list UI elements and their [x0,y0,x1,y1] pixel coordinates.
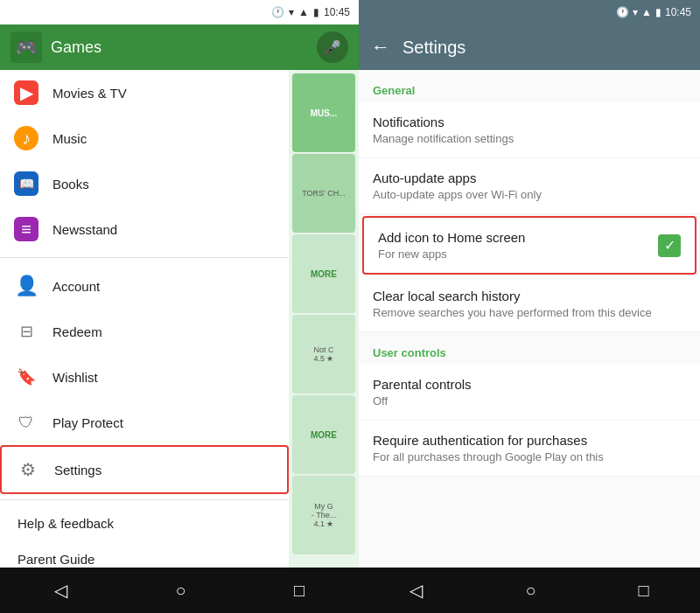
menu-item-account[interactable]: 👤 Account [0,263,289,309]
left-header-title: Games [51,38,102,57]
parent-label: Parent Guide [18,552,94,567]
movies-icon: ▶ [14,80,38,105]
games-icon: 🎮 [10,31,42,63]
bg-app-6: My G- The...4.1 ★ [292,476,355,554]
auto-update-subtitle: Auto-update apps over Wi-Fi only [373,188,686,201]
books-icon: 📖 [14,171,38,196]
playprotect-icon: 🛡 [14,410,38,435]
left-alarm-icon: 🕐 [271,6,284,18]
right-panel: 🕐 ▾ ▲ ▮ 10:45 ← Settings General Notific… [359,0,700,613]
menu-item-music[interactable]: ♪ Music [0,115,289,161]
parental-subtitle: Off [373,394,686,408]
left-content: MUS... TORS' CH... MORE Not C4.5 ★ MORE … [0,70,359,568]
settings-icon: ⚙ [16,457,40,482]
bg-app-3: MORE [292,234,355,313]
menu-item-redeem[interactable]: ⊟ Redeem [0,309,289,354]
require-auth-subtitle: For all purchases through Google Play on… [373,450,686,463]
settings-content: General Notifications Manage notificatio… [359,70,700,568]
right-back-button[interactable]: ◁ [392,571,440,610]
account-icon: 👤 [14,274,38,298]
menu-item-wishlist[interactable]: 🔖 Wishlist [0,354,289,400]
background-apps: MUS... TORS' CH... MORE Not C4.5 ★ MORE … [289,70,359,568]
menu-item-parent[interactable]: Parent Guide [0,541,289,568]
right-nav-bar: ◁ ○ □ [359,568,700,613]
menu-item-playprotect[interactable]: 🛡 Play Protect [0,400,289,445]
menu-item-movies[interactable]: ▶ Movies & TV [0,70,289,115]
checkmark-icon: ✓ [664,237,676,254]
parental-title: Parental controls [373,377,686,392]
settings-clear-history[interactable]: Clear local search history Remove search… [359,276,700,332]
settings-add-icon[interactable]: Add icon to Home screen For new apps ✓ [362,216,696,275]
settings-label: Settings [54,463,102,477]
left-panel: 🕐 ▾ ▲ ▮ 10:45 🎮 Games 🎤 MUS... TORS' CH.… [0,0,359,613]
newsstand-icon: ≡ [14,217,38,241]
menu-item-settings[interactable]: ⚙ Settings [0,445,289,494]
settings-page-title: Settings [402,38,466,58]
right-alarm-icon: 🕐 [616,6,629,18]
menu-divider-2 [0,499,289,500]
bg-app-4: Not C4.5 ★ [292,315,355,394]
right-battery-icon: ▮ [655,6,662,18]
music-label: Music [52,131,87,146]
settings-parental[interactable]: Parental controls Off [359,365,700,421]
add-icon-subtitle: For new apps [378,247,658,261]
left-battery-icon: ▮ [313,6,319,18]
music-icon: ♪ [14,126,38,150]
add-icon-title: Add icon to Home screen [378,230,658,245]
wishlist-label: Wishlist [52,370,98,385]
wishlist-icon: 🔖 [14,365,38,389]
redeem-icon: ⊟ [14,319,38,344]
right-wifi-icon: ▾ [633,6,638,18]
bg-app-2: TORS' CH... [292,154,355,233]
require-auth-title: Require authentication for purchases [373,433,686,448]
settings-auto-update[interactable]: Auto-update apps Auto-update apps over W… [359,158,700,214]
mic-button[interactable]: 🎤 [317,31,348,63]
right-signal-icon: ▲ [641,6,652,18]
menu-item-books[interactable]: 📖 Books [0,161,289,206]
bg-app-5: MORE [292,395,355,474]
settings-require-auth[interactable]: Require authentication for purchases For… [359,421,700,477]
general-section-header: General [359,70,700,102]
left-time: 10:45 [324,6,350,18]
notifications-title: Notifications [373,115,686,129]
bg-app-1: MUS... [292,73,355,152]
movies-label: Movies & TV [52,86,127,101]
books-label: Books [52,177,89,192]
mic-icon: 🎤 [324,39,341,56]
left-nav-bar: ◁ ○ □ [0,568,359,613]
left-back-button[interactable]: ◁ [37,571,85,610]
playprotect-label: Play Protect [52,415,123,430]
left-signal-icon: ▲ [298,6,309,18]
newsstand-label: Newsstand [52,222,117,237]
right-recent-button[interactable]: □ [620,572,666,610]
left-wifi-icon: ▾ [289,6,294,18]
clear-history-subtitle: Remove searches you have performed from … [373,306,686,319]
user-controls-section-header: User controls [359,332,700,365]
menu-item-help[interactable]: Help & feedback [0,505,289,541]
nav-menu: ▶ Movies & TV ♪ Music 📖 Books ≡ Newsstan… [0,70,289,568]
auto-update-title: Auto-update apps [373,171,686,185]
left-status-bar: 🕐 ▾ ▲ ▮ 10:45 [0,0,359,24]
help-label: Help & feedback [18,516,114,531]
add-icon-text: Add icon to Home screen For new apps [378,230,658,261]
settings-notifications[interactable]: Notifications Manage notification settin… [359,102,700,158]
redeem-label: Redeem [52,324,102,339]
add-icon-checkbox[interactable]: ✓ [658,234,681,257]
left-header: 🎮 Games 🎤 [0,24,359,70]
menu-item-newsstand[interactable]: ≡ Newsstand [0,206,289,252]
back-button[interactable]: ← [371,36,390,59]
left-home-button[interactable]: ○ [158,572,203,610]
menu-divider-1 [0,257,289,258]
right-header: ← Settings [359,24,700,70]
left-recent-button[interactable]: □ [276,572,322,610]
clear-history-title: Clear local search history [373,289,686,303]
right-time: 10:45 [665,6,691,18]
notifications-subtitle: Manage notification settings [373,132,686,145]
right-home-button[interactable]: ○ [508,572,553,610]
account-label: Account [52,279,100,294]
right-status-bar: 🕐 ▾ ▲ ▮ 10:45 [359,0,700,24]
